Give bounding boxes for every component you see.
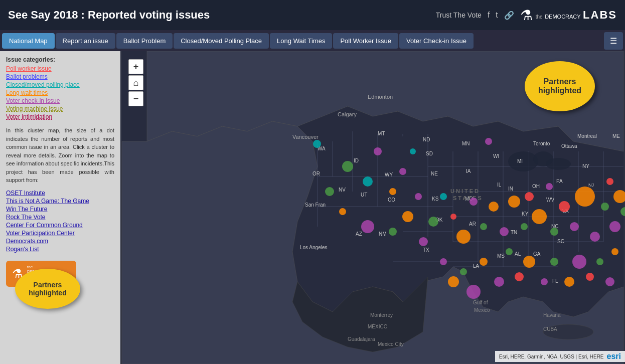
map-dot[interactable] <box>521 223 528 230</box>
nav-tab-report-issue[interactable]: Report an issue <box>56 33 115 49</box>
map-dot[interactable] <box>575 187 595 207</box>
map-dot[interactable] <box>480 258 488 266</box>
partner-link[interactable]: Rock The Vote <box>6 214 114 221</box>
map-dot[interactable] <box>541 278 548 285</box>
svg-text:SD: SD <box>426 151 433 156</box>
map-dot[interactable] <box>460 268 467 275</box>
map-dot[interactable] <box>389 188 396 195</box>
partner-link[interactable]: Win The Future <box>6 206 114 213</box>
map-dot[interactable] <box>559 201 570 212</box>
map-dot[interactable] <box>586 273 594 281</box>
nav-tab-national-map[interactable]: National Map <box>2 33 55 49</box>
logo-text: the DEMOCRACY LABS <box>536 9 617 21</box>
map-dot[interactable] <box>564 277 574 287</box>
map-dot[interactable] <box>523 256 535 268</box>
header: See Say 2018 : Reported voting issues Tr… <box>0 0 625 30</box>
map-dot[interactable] <box>611 248 618 255</box>
issue-item[interactable]: Voting machine issue <box>6 105 114 112</box>
map-dot[interactable] <box>550 258 558 266</box>
zoom-in-button[interactable]: + <box>128 59 143 74</box>
map-dot[interactable] <box>325 187 334 196</box>
map-dot[interactable] <box>572 255 586 269</box>
map-dot[interactable] <box>515 272 524 281</box>
trust-label: Trust The Vote <box>436 11 482 19</box>
map-dot[interactable] <box>525 192 534 201</box>
map-dot[interactable] <box>613 190 625 203</box>
map-dot[interactable] <box>374 147 382 155</box>
nav-tab-voter-checkin[interactable]: Voter Check-in Issue <box>399 33 474 49</box>
issue-item[interactable]: Closed/moved polling place <box>6 81 114 88</box>
map-dot[interactable] <box>339 208 346 215</box>
partner-link[interactable]: Democrats.com <box>6 238 114 245</box>
svg-text:WI: WI <box>493 153 499 159</box>
svg-text:Los Angeles: Los Angeles <box>300 245 328 250</box>
issue-item[interactable]: Voter check-in issue <box>6 97 114 104</box>
map-dot[interactable] <box>428 217 438 227</box>
map-dot[interactable] <box>361 220 374 233</box>
map-dot[interactable] <box>440 193 447 200</box>
map-dot[interactable] <box>450 214 456 220</box>
svg-point-26 <box>546 158 571 170</box>
issue-item[interactable]: Ballot problems <box>6 73 114 80</box>
nav-tab-ballot-problem[interactable]: Ballot Problem <box>116 33 173 49</box>
map-dot[interactable] <box>601 203 609 211</box>
map-dot[interactable] <box>448 276 459 287</box>
map-dot[interactable] <box>342 161 353 172</box>
zoom-out-button[interactable]: − <box>128 91 143 106</box>
partner-link[interactable]: Voter Participation Center <box>6 230 114 237</box>
map-dot[interactable] <box>485 138 492 145</box>
facebook-icon[interactable]: f <box>488 11 490 20</box>
issue-item[interactable]: Long wait times <box>6 89 114 96</box>
map-dot[interactable] <box>489 202 499 212</box>
map-dot[interactable] <box>470 198 478 206</box>
map-container[interactable]: Edmonton Calgary Vancouver WA OR San Fra… <box>120 51 625 364</box>
nav-tab-closed-polling[interactable]: Closed/Moved Polling Place <box>174 33 269 49</box>
partner-link[interactable]: Rogan's List <box>6 246 114 253</box>
map-dot[interactable] <box>500 227 509 236</box>
svg-text:CO: CO <box>388 197 395 203</box>
map-dot[interactable] <box>550 228 558 236</box>
svg-text:MS: MS <box>497 253 505 259</box>
map-dot[interactable] <box>506 248 513 255</box>
map-dot[interactable] <box>402 211 413 222</box>
map-dot[interactable] <box>609 221 620 232</box>
map-dot[interactable] <box>605 277 614 286</box>
issue-item[interactable]: Poll worker issue <box>6 65 114 72</box>
twitter-icon[interactable]: t <box>496 11 498 20</box>
map-dot[interactable] <box>363 176 373 187</box>
map-dot[interactable] <box>494 277 504 287</box>
home-button[interactable]: ⌂ <box>128 75 143 90</box>
svg-text:Calgary: Calgary <box>338 111 357 117</box>
nav-menu-button[interactable]: ☰ <box>604 32 623 50</box>
map-dot[interactable] <box>508 196 520 208</box>
svg-text:AZ: AZ <box>356 231 362 237</box>
map-dot[interactable] <box>546 183 553 190</box>
header-right: Trust The Vote f t 🔗 ⚗ the DEMOCRACY LAB… <box>436 7 617 24</box>
partner-link[interactable]: This is Not A Game: The Game <box>6 198 114 205</box>
svg-text:IA: IA <box>466 168 471 174</box>
link-icon[interactable]: 🔗 <box>504 11 514 20</box>
map-dot[interactable] <box>410 148 416 154</box>
map-dot[interactable] <box>596 258 603 265</box>
map-dot[interactable] <box>313 140 321 148</box>
nav-tab-long-wait[interactable]: Long Wait Times <box>270 33 332 49</box>
map-dot[interactable] <box>480 223 487 230</box>
map-dot[interactable] <box>590 232 600 242</box>
map-dot[interactable] <box>440 258 447 265</box>
map-dot[interactable] <box>570 222 579 231</box>
partner-link[interactable]: Center For Common Ground <box>6 222 114 229</box>
map-dot[interactable] <box>389 228 397 236</box>
map-dot[interactable] <box>415 193 422 200</box>
map-dot[interactable] <box>466 285 481 299</box>
map-dot[interactable] <box>532 209 547 224</box>
map-dot[interactable] <box>399 168 406 175</box>
partner-link[interactable]: OSET Institute <box>6 190 114 197</box>
issue-item[interactable]: Voter intimidation <box>6 113 114 120</box>
svg-text:SC: SC <box>557 239 564 244</box>
nav-bar: National MapReport an issueBallot Proble… <box>0 30 625 51</box>
map-dot[interactable] <box>456 230 471 244</box>
svg-text:OR: OR <box>312 171 320 176</box>
nav-tab-poll-worker[interactable]: Poll Worker Issue <box>333 33 398 49</box>
map-dot[interactable] <box>419 237 428 246</box>
map-dot[interactable] <box>606 178 613 185</box>
